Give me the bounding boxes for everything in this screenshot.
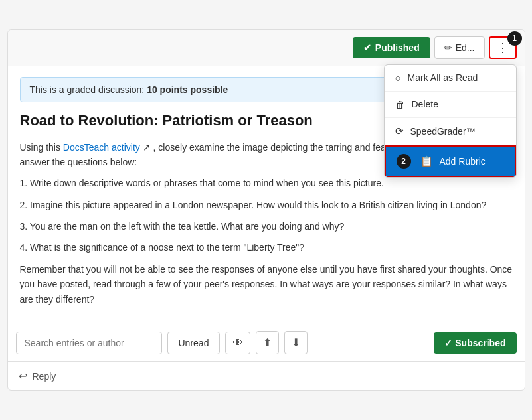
edit-button[interactable]: ✏ Ed... <box>434 36 485 59</box>
edit-label: Ed... <box>456 42 475 53</box>
subscribed-label: ✓ Subscribed <box>444 338 505 348</box>
add-rubric-label: Add Rubric <box>440 156 486 167</box>
body-intro-text: Using this <box>20 142 63 153</box>
eye-icon: 👁 <box>232 337 243 349</box>
more-button[interactable]: ⋮ 1 <box>489 36 517 59</box>
reply-icon: ↩ <box>19 370 27 382</box>
reply-label: Reply <box>33 371 56 382</box>
docsteach-link[interactable]: DocsTeach activity <box>63 142 140 153</box>
dropdown-item-speed-grader[interactable]: ⟳ SpeedGrader™ <box>385 118 516 145</box>
download-icon-button[interactable]: ⬇ <box>284 331 308 354</box>
trash-icon: 🗑 <box>395 99 405 110</box>
question-4: 4. What is the significance of a noose n… <box>20 240 513 255</box>
link-text: DocsTeach activity <box>63 142 140 153</box>
search-input[interactable] <box>16 332 162 354</box>
download-icon: ⬇ <box>292 336 300 349</box>
unread-label: Unread <box>179 338 209 348</box>
circle-icon: ○ <box>395 72 401 84</box>
graded-points: 10 points possible <box>147 84 228 95</box>
subscribed-button[interactable]: ✓ Subscribed <box>434 332 516 354</box>
dropdown-item-mark-all-read[interactable]: ○ Mark All as Read <box>385 65 516 92</box>
check-icon: ✔ <box>363 42 371 53</box>
unread-button[interactable]: Unread <box>167 332 221 354</box>
badge-1: 1 <box>507 31 522 46</box>
reply-bar[interactable]: ↩ Reply <box>8 361 525 390</box>
badge-2: 2 <box>397 154 411 169</box>
more-icon: ⋮ <box>497 42 509 54</box>
view-icon-button[interactable]: 👁 <box>225 332 250 354</box>
speedgrader-icon: ⟳ <box>395 125 404 137</box>
closing-paragraph: Remember that you will not be able to se… <box>20 262 513 307</box>
upload-icon: ⬆ <box>263 336 272 349</box>
dropdown-item-add-rubric[interactable]: 2 📋 Add Rubric <box>385 145 516 177</box>
question-2: 2. Imagine this picture appeared in a Lo… <box>20 198 513 212</box>
speedgrader-label: SpeedGrader™ <box>410 126 476 137</box>
rubric-icon: 📋 <box>420 155 433 167</box>
mark-all-read-label: Mark All as Read <box>408 72 478 83</box>
published-label: Published <box>375 42 420 53</box>
dropdown-item-delete[interactable]: 🗑 Delete <box>385 92 516 118</box>
upload-icon-button[interactable]: ⬆ <box>256 331 279 354</box>
graded-prefix: This is a graded discussion: <box>30 84 147 95</box>
toolbar: ✔ Published ✏ Ed... ⋮ 1 <box>8 30 525 66</box>
main-container: ✔ Published ✏ Ed... ⋮ 1 ○ Mark All as Re… <box>7 29 525 391</box>
bottom-bar: Unread 👁 ⬆ ⬇ ✓ Subscribed <box>8 324 525 361</box>
pencil-icon: ✏ <box>444 42 452 53</box>
published-button[interactable]: ✔ Published <box>353 37 430 58</box>
dropdown-menu: ○ Mark All as Read 🗑 Delete ⟳ SpeedGrade… <box>384 64 517 178</box>
question-3: 3. You are the man on the left with the … <box>20 219 513 234</box>
delete-label: Delete <box>412 99 438 109</box>
question-1: 1. Write down descriptive words or phras… <box>20 176 513 190</box>
